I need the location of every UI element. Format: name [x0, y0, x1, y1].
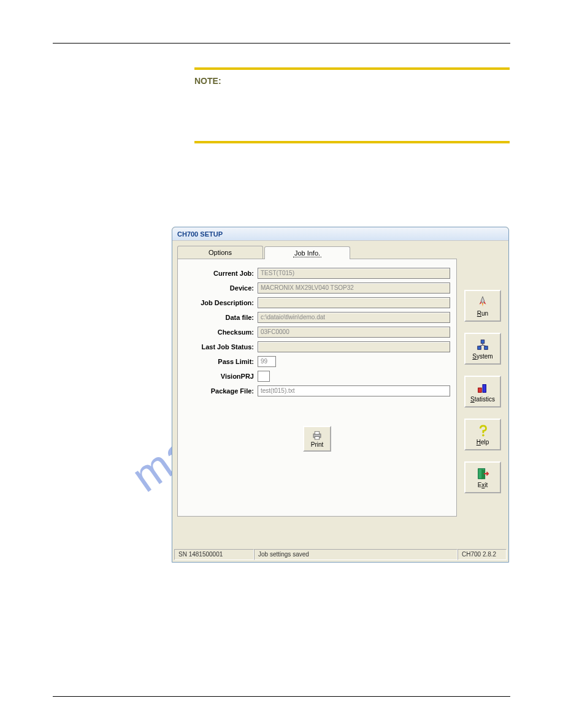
- package-file-field[interactable]: test(t015).txt: [258, 385, 450, 396]
- help-button[interactable]: Help: [464, 419, 501, 450]
- status-version: CH700 2.8.2: [458, 549, 507, 560]
- system-button[interactable]: System: [464, 333, 501, 365]
- tab-job-info-label: Job Info.: [293, 249, 321, 257]
- svg-rect-3: [481, 339, 484, 343]
- tab-page: Current Job: TEST(T015) Device: MACRONIX…: [177, 259, 457, 517]
- run-label: un: [481, 310, 488, 317]
- help-icon: [476, 424, 489, 438]
- exit-icon: [476, 467, 489, 480]
- status-message: Job settings saved: [254, 549, 458, 560]
- system-label: ystem: [477, 353, 493, 360]
- help-label: elp: [481, 439, 489, 446]
- job-description-field: [258, 297, 450, 308]
- tab-row: Options Job Info.: [177, 246, 457, 259]
- print-icon: [311, 430, 323, 441]
- dialog-title: CH700 SETUP: [172, 227, 508, 241]
- pass-limit-field[interactable]: 99: [258, 356, 276, 367]
- page-top-rule: [53, 43, 510, 44]
- visionprj-field[interactable]: [258, 371, 270, 382]
- data-file-field: c:\dataio\tlwin\demo.dat: [258, 312, 450, 323]
- device-field: MACRONIX MX29LV040 TSOP32: [258, 282, 450, 294]
- svg-rect-9: [478, 388, 482, 392]
- rocket-icon: [476, 295, 489, 309]
- svg-rect-5: [484, 346, 488, 349]
- pass-limit-label: Pass Limit:: [184, 358, 258, 365]
- svg-rect-10: [483, 384, 486, 392]
- system-icon: [476, 338, 489, 352]
- note-rule-bottom: [194, 141, 510, 143]
- tab-options[interactable]: Options: [177, 246, 263, 259]
- job-description-label: Job Description:: [184, 299, 258, 306]
- last-status-field: [258, 341, 450, 352]
- svg-rect-2: [315, 436, 320, 439]
- status-bar: SN 1481500001 Job settings saved CH700 2…: [174, 549, 507, 560]
- data-file-label: Data file:: [184, 314, 258, 321]
- statistics-button[interactable]: Statistics: [464, 376, 501, 408]
- page-bottom-rule: [53, 696, 510, 697]
- tab-options-label: Options: [209, 249, 232, 256]
- exit-button[interactable]: Exit: [464, 461, 501, 493]
- current-job-label: Current Job:: [184, 270, 258, 277]
- run-button[interactable]: Run: [464, 290, 501, 322]
- setup-dialog: CH700 SETUP Options Job Info. Current Jo…: [172, 227, 509, 563]
- print-label: Print: [311, 441, 324, 448]
- svg-point-11: [482, 434, 484, 436]
- tab-job-info[interactable]: Job Info.: [264, 246, 350, 259]
- side-buttons: Run System: [462, 241, 508, 550]
- current-job-field: TEST(T015): [258, 268, 450, 279]
- visionprj-label: VisionPRJ: [184, 373, 258, 380]
- checksum-field: 03FC0000: [258, 327, 450, 338]
- statistics-label: tatistics: [475, 396, 495, 403]
- device-label: Device:: [184, 284, 258, 292]
- print-button[interactable]: Print: [303, 426, 331, 452]
- exit-label: Exit: [478, 482, 488, 488]
- note-block: NOTE:: [194, 67, 510, 143]
- checksum-label: Checksum:: [184, 328, 258, 336]
- package-file-label: Package File:: [184, 387, 258, 395]
- main-panel: Options Job Info. Current Job: TEST(T015…: [172, 241, 462, 550]
- note-label: NOTE:: [194, 70, 510, 141]
- svg-rect-1: [315, 431, 320, 434]
- svg-rect-4: [478, 346, 481, 349]
- last-status-label: Last Job Status:: [184, 343, 258, 351]
- statistics-icon: [476, 381, 489, 395]
- status-sn: SN 1481500001: [174, 549, 254, 560]
